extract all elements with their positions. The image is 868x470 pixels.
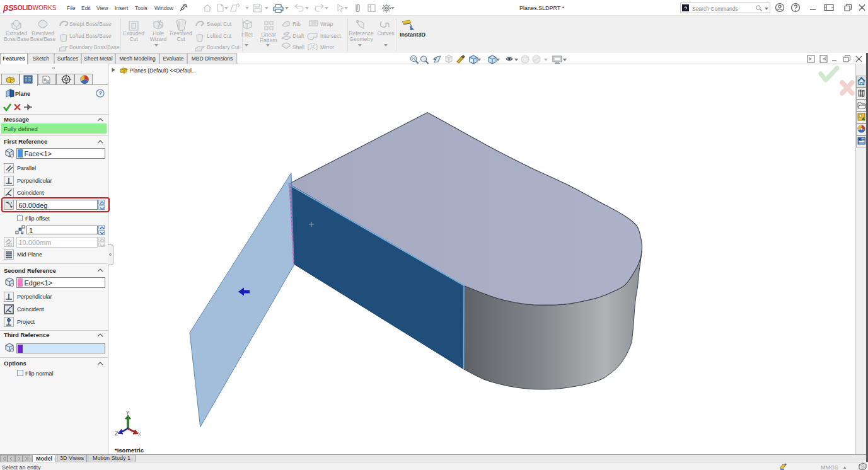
- svg-text:SOLIDWORKS: SOLIDWORKS: [13, 4, 57, 11]
- svg-text:Z: Z: [115, 430, 119, 437]
- svg-text:βS: βS: [3, 3, 14, 13]
- svg-text:Y: Y: [126, 410, 130, 416]
- svg-text:?: ?: [99, 90, 103, 96]
- svg-text:#: #: [21, 230, 24, 235]
- svg-text:X: X: [137, 431, 141, 437]
- svg-text:D1: D1: [8, 243, 13, 246]
